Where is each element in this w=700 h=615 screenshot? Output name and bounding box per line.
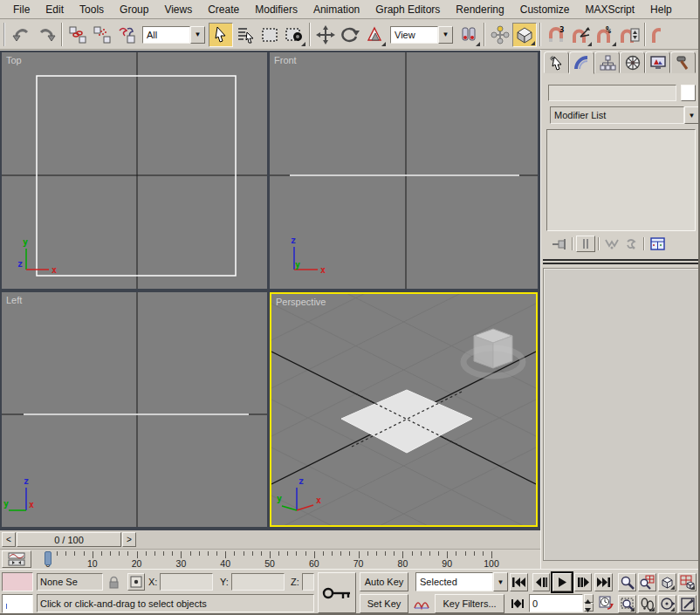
panel-splitter[interactable] <box>543 259 699 264</box>
select-by-name-button[interactable] <box>233 23 257 47</box>
set-key-button[interactable]: Set Key <box>360 594 408 613</box>
modifier-list-combo[interactable]: Modifier List ▼ <box>550 106 699 124</box>
tab-motion[interactable] <box>620 51 645 73</box>
time-slider[interactable]: < 0 / 100 > <box>0 530 540 550</box>
menu-create[interactable]: Create <box>200 1 247 18</box>
viewport-left-label[interactable]: Left <box>6 295 22 305</box>
select-and-link-button[interactable] <box>65 23 90 47</box>
zoom-button[interactable] <box>618 573 636 591</box>
viewport-top-label[interactable]: Top <box>6 55 22 65</box>
coordsys-arrow[interactable]: ▼ <box>438 26 453 44</box>
modifier-list-arrow[interactable]: ▼ <box>684 106 699 124</box>
reference-coordsys-combo[interactable]: View ▼ <box>390 26 453 44</box>
absolute-mode-button[interactable] <box>127 573 145 591</box>
snaps-toggle-button[interactable] <box>512 23 537 47</box>
tab-utilities[interactable] <box>670 51 696 73</box>
y-coordinate-field[interactable] <box>231 573 285 591</box>
x-coordinate-field[interactable] <box>160 573 213 591</box>
selection-lock-button[interactable] <box>106 574 122 591</box>
viewport-perspective[interactable]: Perspective z <box>270 292 538 527</box>
selection-filter-arrow[interactable]: ▼ <box>190 26 205 44</box>
menu-animation[interactable]: Animation <box>305 1 367 18</box>
rectangular-selection-region-button[interactable] <box>257 23 282 47</box>
viewport-front[interactable]: Front z x y <box>270 52 538 289</box>
default-tangent-button[interactable] <box>412 594 431 613</box>
time-step-forward-button[interactable]: > <box>122 532 136 547</box>
arc-rotate-button[interactable] <box>658 595 676 613</box>
viewport-top[interactable]: Top y x z <box>2 52 267 289</box>
z-coordinate-field[interactable] <box>302 573 314 591</box>
unlink-selection-button[interactable] <box>90 23 114 47</box>
plane-object-perspective[interactable] <box>341 390 472 453</box>
auto-key-button[interactable]: Auto Key <box>360 572 408 591</box>
next-frame-button[interactable] <box>574 573 592 591</box>
maxscript-listener-white[interactable] <box>2 594 33 613</box>
key-mode-toggle-button[interactable] <box>510 595 525 612</box>
tab-create[interactable] <box>544 51 569 73</box>
object-name-field[interactable] <box>548 85 676 101</box>
remove-modifier-button[interactable] <box>621 236 641 252</box>
go-to-end-button[interactable] <box>594 573 613 591</box>
track-bar[interactable]: 0102030405060708090100 <box>0 550 540 569</box>
viewcube[interactable] <box>463 329 523 376</box>
viewport-left[interactable]: Left z y x <box>2 292 267 527</box>
redo-button[interactable] <box>34 23 58 47</box>
selection-count-field[interactable]: None Se <box>37 573 103 591</box>
pan-button[interactable] <box>638 595 656 613</box>
current-frame-field[interactable]: 0 <box>529 594 583 612</box>
menu-modifiers[interactable]: Modifiers <box>247 1 305 18</box>
track-bar-ruler[interactable]: 0102030405060708090100 <box>33 550 539 569</box>
menu-edit[interactable]: Edit <box>38 1 72 18</box>
zoom-extents-button[interactable] <box>658 573 676 591</box>
window-crossing-button[interactable] <box>282 23 306 47</box>
select-object-button[interactable] <box>209 23 233 47</box>
pin-stack-button[interactable] <box>550 236 569 252</box>
menu-group[interactable]: Group <box>112 1 156 18</box>
frame-spinner[interactable] <box>584 594 594 612</box>
play-animation-button[interactable] <box>552 573 572 591</box>
modifier-stack-list[interactable] <box>546 129 696 231</box>
frame-spinner-up[interactable] <box>584 594 594 603</box>
toolbar-clipped-button[interactable] <box>649 23 661 47</box>
zoom-extents-all-button[interactable] <box>678 573 697 591</box>
previous-frame-button[interactable] <box>532 573 550 591</box>
zoom-region-button[interactable] <box>618 595 636 613</box>
undo-button[interactable] <box>10 23 34 47</box>
tab-display[interactable] <box>645 51 670 73</box>
selection-filter-combo[interactable]: All ▼ <box>142 26 205 44</box>
tab-hierarchy[interactable] <box>594 51 620 73</box>
bind-to-spacewarp-button[interactable] <box>114 23 139 47</box>
menu-rendering[interactable]: Rendering <box>448 1 511 18</box>
angle-snap-button[interactable] <box>568 23 593 47</box>
key-filters-button[interactable]: Key Filters... <box>435 594 504 613</box>
viewport-front-label[interactable]: Front <box>274 55 297 65</box>
maxscript-listener-pink[interactable] <box>2 572 33 591</box>
tab-modify[interactable] <box>569 51 594 74</box>
select-and-scale-button[interactable] <box>362 23 387 47</box>
spinner-snap-button[interactable] <box>617 23 642 47</box>
current-frame-marker[interactable] <box>45 551 51 565</box>
object-color-swatch[interactable] <box>681 85 696 101</box>
select-and-manipulate-button[interactable] <box>488 23 512 47</box>
show-end-result-button[interactable] <box>576 236 595 252</box>
mini-curve-editor-button[interactable] <box>2 550 31 568</box>
menu-help[interactable]: Help <box>642 1 680 18</box>
min-max-toggle-button[interactable] <box>678 595 697 613</box>
menu-file[interactable]: File <box>5 1 38 18</box>
selection-set-arrow[interactable]: ▼ <box>493 572 508 591</box>
snap-3d-button[interactable]: 3 <box>544 23 568 47</box>
menu-customize[interactable]: Customize <box>512 1 578 18</box>
go-to-start-button[interactable] <box>510 573 528 591</box>
selection-set-combo[interactable]: Selected ▼ <box>415 572 508 591</box>
frame-spinner-down[interactable] <box>584 603 594 612</box>
viewport-perspective-label[interactable]: Perspective <box>276 297 326 307</box>
toolbar-grip[interactable] <box>3 23 8 46</box>
time-slider-handle[interactable]: 0 / 100 <box>17 532 121 547</box>
set-keys-button[interactable] <box>318 572 356 613</box>
percent-snap-button[interactable]: % <box>593 23 617 47</box>
select-and-rotate-button[interactable] <box>338 23 362 47</box>
time-step-back-button[interactable]: < <box>2 532 16 547</box>
zoom-all-button[interactable] <box>638 573 656 591</box>
select-and-move-button[interactable] <box>313 23 338 47</box>
menu-tools[interactable]: Tools <box>72 1 112 18</box>
